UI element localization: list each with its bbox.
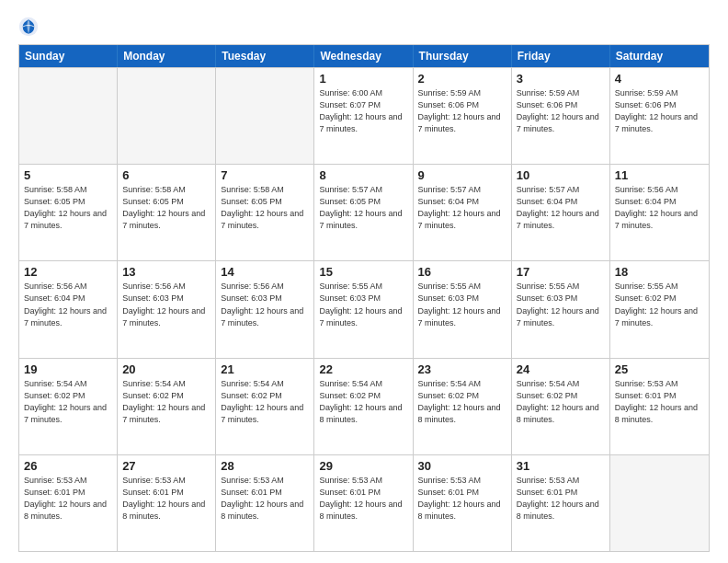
day-info: Sunrise: 5:53 AM Sunset: 6:01 PM Dayligh… (221, 475, 309, 523)
day-number: 7 (221, 168, 309, 182)
day-number: 29 (319, 459, 407, 473)
day-info: Sunrise: 5:55 AM Sunset: 6:03 PM Dayligh… (418, 281, 506, 328)
day-cell-31: 31Sunrise: 5:53 AM Sunset: 6:01 PM Dayli… (512, 455, 610, 551)
day-cell-17: 17Sunrise: 5:55 AM Sunset: 6:03 PM Dayli… (512, 261, 610, 357)
header-day-monday: Monday (118, 45, 216, 67)
header-day-thursday: Thursday (414, 45, 512, 67)
day-number: 18 (615, 265, 704, 279)
day-info: Sunrise: 5:59 AM Sunset: 6:06 PM Dayligh… (418, 87, 506, 135)
day-number: 10 (517, 168, 605, 182)
day-number: 3 (517, 72, 605, 86)
logo (18, 17, 42, 37)
day-info: Sunrise: 5:57 AM Sunset: 6:04 PM Dayligh… (517, 184, 605, 232)
day-number: 24 (517, 362, 605, 376)
day-info: Sunrise: 5:58 AM Sunset: 6:05 PM Dayligh… (122, 184, 210, 232)
day-number: 26 (24, 459, 112, 473)
day-cell-29: 29Sunrise: 5:53 AM Sunset: 6:01 PM Dayli… (314, 455, 413, 551)
day-number: 9 (418, 168, 506, 182)
day-number: 20 (122, 362, 210, 376)
day-number: 12 (24, 265, 112, 279)
day-cell-8: 8Sunrise: 5:57 AM Sunset: 6:05 PM Daylig… (314, 165, 413, 260)
day-number: 6 (122, 168, 210, 182)
header-day-tuesday: Tuesday (216, 45, 314, 67)
calendar-body: 1Sunrise: 6:00 AM Sunset: 6:07 PM Daylig… (19, 67, 709, 551)
day-number: 8 (319, 168, 407, 182)
calendar: SundayMondayTuesdayWednesdayThursdayFrid… (18, 44, 710, 552)
day-number: 11 (615, 168, 704, 182)
day-cell-14: 14Sunrise: 5:56 AM Sunset: 6:03 PM Dayli… (216, 261, 314, 357)
header (18, 17, 710, 37)
day-info: Sunrise: 5:56 AM Sunset: 6:03 PM Dayligh… (221, 281, 309, 328)
day-info: Sunrise: 5:59 AM Sunset: 6:06 PM Dayligh… (615, 87, 704, 135)
day-cell-20: 20Sunrise: 5:54 AM Sunset: 6:02 PM Dayli… (118, 359, 216, 454)
day-number: 27 (122, 459, 210, 473)
empty-cell (216, 68, 314, 164)
day-info: Sunrise: 5:53 AM Sunset: 6:01 PM Dayligh… (319, 475, 407, 523)
day-cell-10: 10Sunrise: 5:57 AM Sunset: 6:04 PM Dayli… (512, 165, 610, 260)
day-number: 13 (122, 265, 210, 279)
day-info: Sunrise: 5:58 AM Sunset: 6:05 PM Dayligh… (24, 184, 112, 232)
day-info: Sunrise: 5:54 AM Sunset: 6:02 PM Dayligh… (418, 378, 506, 426)
logo-icon (18, 17, 39, 37)
empty-cell (610, 455, 709, 551)
day-number: 19 (24, 362, 112, 376)
day-cell-18: 18Sunrise: 5:55 AM Sunset: 6:02 PM Dayli… (610, 261, 709, 357)
day-cell-7: 7Sunrise: 5:58 AM Sunset: 6:05 PM Daylig… (216, 165, 314, 260)
day-info: Sunrise: 5:57 AM Sunset: 6:04 PM Dayligh… (418, 184, 506, 232)
day-cell-11: 11Sunrise: 5:56 AM Sunset: 6:04 PM Dayli… (610, 165, 709, 260)
day-info: Sunrise: 5:53 AM Sunset: 6:01 PM Dayligh… (418, 475, 506, 523)
day-number: 14 (221, 265, 309, 279)
day-cell-15: 15Sunrise: 5:55 AM Sunset: 6:03 PM Dayli… (314, 261, 413, 357)
day-info: Sunrise: 5:56 AM Sunset: 6:03 PM Dayligh… (122, 281, 210, 328)
day-cell-2: 2Sunrise: 5:59 AM Sunset: 6:06 PM Daylig… (414, 68, 512, 164)
day-cell-1: 1Sunrise: 6:00 AM Sunset: 6:07 PM Daylig… (314, 68, 413, 164)
day-info: Sunrise: 5:53 AM Sunset: 6:01 PM Dayligh… (122, 475, 210, 523)
day-number: 28 (221, 459, 309, 473)
calendar-row-3: 19Sunrise: 5:54 AM Sunset: 6:02 PM Dayli… (19, 358, 709, 454)
day-cell-23: 23Sunrise: 5:54 AM Sunset: 6:02 PM Dayli… (414, 359, 512, 454)
day-cell-5: 5Sunrise: 5:58 AM Sunset: 6:05 PM Daylig… (19, 165, 118, 260)
day-cell-30: 30Sunrise: 5:53 AM Sunset: 6:01 PM Dayli… (414, 455, 512, 551)
day-number: 5 (24, 168, 112, 182)
day-cell-21: 21Sunrise: 5:54 AM Sunset: 6:02 PM Dayli… (216, 359, 314, 454)
day-number: 25 (615, 362, 704, 376)
empty-cell (19, 68, 118, 164)
day-info: Sunrise: 6:00 AM Sunset: 6:07 PM Dayligh… (319, 87, 407, 135)
day-cell-4: 4Sunrise: 5:59 AM Sunset: 6:06 PM Daylig… (610, 68, 709, 164)
day-number: 21 (221, 362, 309, 376)
day-number: 15 (319, 265, 407, 279)
calendar-row-0: 1Sunrise: 6:00 AM Sunset: 6:07 PM Daylig… (19, 67, 709, 164)
day-info: Sunrise: 5:54 AM Sunset: 6:02 PM Dayligh… (24, 378, 112, 426)
day-cell-27: 27Sunrise: 5:53 AM Sunset: 6:01 PM Dayli… (118, 455, 216, 551)
day-info: Sunrise: 5:56 AM Sunset: 6:04 PM Dayligh… (24, 281, 112, 328)
page: SundayMondayTuesdayWednesdayThursdayFrid… (0, 0, 728, 563)
day-info: Sunrise: 5:54 AM Sunset: 6:02 PM Dayligh… (122, 378, 210, 426)
day-info: Sunrise: 5:55 AM Sunset: 6:02 PM Dayligh… (615, 281, 704, 328)
day-info: Sunrise: 5:56 AM Sunset: 6:04 PM Dayligh… (615, 184, 704, 232)
day-info: Sunrise: 5:57 AM Sunset: 6:05 PM Dayligh… (319, 184, 407, 232)
day-number: 23 (418, 362, 506, 376)
day-number: 16 (418, 265, 506, 279)
day-info: Sunrise: 5:53 AM Sunset: 6:01 PM Dayligh… (615, 378, 704, 426)
day-number: 31 (517, 459, 605, 473)
day-cell-16: 16Sunrise: 5:55 AM Sunset: 6:03 PM Dayli… (414, 261, 512, 357)
header-day-saturday: Saturday (610, 45, 709, 67)
day-cell-9: 9Sunrise: 5:57 AM Sunset: 6:04 PM Daylig… (414, 165, 512, 260)
day-cell-12: 12Sunrise: 5:56 AM Sunset: 6:04 PM Dayli… (19, 261, 118, 357)
day-cell-13: 13Sunrise: 5:56 AM Sunset: 6:03 PM Dayli… (118, 261, 216, 357)
day-cell-25: 25Sunrise: 5:53 AM Sunset: 6:01 PM Dayli… (610, 359, 709, 454)
day-info: Sunrise: 5:54 AM Sunset: 6:02 PM Dayligh… (517, 378, 605, 426)
day-cell-28: 28Sunrise: 5:53 AM Sunset: 6:01 PM Dayli… (216, 455, 314, 551)
day-info: Sunrise: 5:54 AM Sunset: 6:02 PM Dayligh… (221, 378, 309, 426)
day-info: Sunrise: 5:58 AM Sunset: 6:05 PM Dayligh… (221, 184, 309, 232)
day-number: 4 (615, 72, 704, 86)
header-day-sunday: Sunday (19, 45, 118, 67)
day-cell-22: 22Sunrise: 5:54 AM Sunset: 6:02 PM Dayli… (314, 359, 413, 454)
day-cell-26: 26Sunrise: 5:53 AM Sunset: 6:01 PM Dayli… (19, 455, 118, 551)
calendar-row-4: 26Sunrise: 5:53 AM Sunset: 6:01 PM Dayli… (19, 454, 709, 551)
day-number: 22 (319, 362, 407, 376)
day-info: Sunrise: 5:53 AM Sunset: 6:01 PM Dayligh… (24, 475, 112, 523)
day-info: Sunrise: 5:55 AM Sunset: 6:03 PM Dayligh… (319, 281, 407, 328)
day-number: 2 (418, 72, 506, 86)
day-cell-3: 3Sunrise: 5:59 AM Sunset: 6:06 PM Daylig… (512, 68, 610, 164)
